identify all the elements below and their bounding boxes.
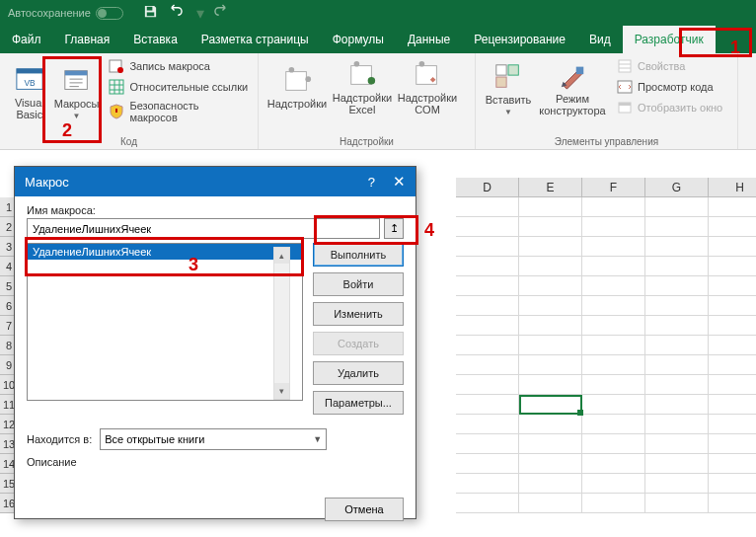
record-macro-button[interactable]: Запись макроса xyxy=(106,56,252,76)
cell[interactable] xyxy=(519,296,582,316)
cell[interactable] xyxy=(709,434,756,454)
cell[interactable] xyxy=(582,257,645,276)
rundialog-button[interactable]: Отобразить окно xyxy=(614,98,725,117)
cell[interactable] xyxy=(709,474,756,494)
cell[interactable] xyxy=(645,237,709,257)
cell[interactable] xyxy=(519,454,582,474)
cell[interactable] xyxy=(519,217,582,237)
tab-review[interactable]: Рецензирование xyxy=(462,26,577,53)
tab-view[interactable]: Вид xyxy=(577,26,623,53)
column-header[interactable]: D xyxy=(456,178,519,197)
cell[interactable] xyxy=(709,415,756,434)
macro-security-button[interactable]: Безопасность макросов xyxy=(106,98,252,125)
macro-name-input[interactable] xyxy=(27,218,380,239)
tab-file[interactable]: Файл xyxy=(0,26,53,53)
delete-button[interactable]: Удалить xyxy=(313,361,404,385)
cell[interactable] xyxy=(709,257,756,276)
cell[interactable] xyxy=(456,375,519,395)
cell[interactable] xyxy=(456,336,519,355)
cell[interactable] xyxy=(645,375,709,395)
insert-control-button[interactable]: Вставить ▼ xyxy=(482,56,535,117)
close-icon[interactable]: ✕ xyxy=(393,173,406,191)
cell[interactable] xyxy=(456,494,519,513)
cell[interactable] xyxy=(519,415,582,434)
cell[interactable] xyxy=(582,395,645,415)
cell[interactable] xyxy=(456,415,519,434)
cell[interactable] xyxy=(582,355,645,375)
cell[interactable] xyxy=(645,276,709,296)
tab-home[interactable]: Главная xyxy=(53,26,122,53)
cell[interactable] xyxy=(582,336,645,355)
cell[interactable] xyxy=(709,296,756,316)
cell[interactable] xyxy=(456,434,519,454)
excel-addins-button[interactable]: Надстройки Excel xyxy=(330,56,395,115)
stepinto-button[interactable]: Войти xyxy=(313,272,404,296)
cell[interactable] xyxy=(519,375,582,395)
relative-refs-button[interactable]: Относительные ссылки xyxy=(106,77,252,97)
cell[interactable] xyxy=(582,494,645,513)
cell[interactable] xyxy=(456,276,519,296)
cell[interactable] xyxy=(709,494,756,513)
cell[interactable] xyxy=(709,395,756,415)
save-icon[interactable] xyxy=(143,4,158,23)
cell[interactable] xyxy=(519,237,582,257)
cell[interactable] xyxy=(582,217,645,237)
scrollbar[interactable]: ▴ ▾ xyxy=(273,247,290,400)
cell[interactable] xyxy=(456,197,519,217)
cell[interactable] xyxy=(645,415,709,434)
cell[interactable] xyxy=(645,296,709,316)
column-header[interactable]: H xyxy=(709,178,756,197)
cell[interactable] xyxy=(456,454,519,474)
scroll-up-icon[interactable]: ▴ xyxy=(274,248,289,264)
cell[interactable] xyxy=(645,434,709,454)
list-item[interactable]: УдалениеЛишнихЯчеек xyxy=(28,244,302,260)
cell[interactable] xyxy=(709,276,756,296)
cell[interactable] xyxy=(582,375,645,395)
tab-data[interactable]: Данные xyxy=(396,26,462,53)
design-mode-button[interactable]: Режим конструктора xyxy=(535,56,610,117)
cell[interactable] xyxy=(582,237,645,257)
cell[interactable] xyxy=(582,197,645,217)
cancel-button[interactable]: Отмена xyxy=(325,498,404,521)
cell[interactable] xyxy=(519,474,582,494)
cell[interactable] xyxy=(582,296,645,316)
cell[interactable] xyxy=(456,257,519,276)
cell[interactable] xyxy=(456,316,519,336)
cell[interactable] xyxy=(582,276,645,296)
cell[interactable] xyxy=(709,197,756,217)
column-header[interactable]: G xyxy=(645,178,709,197)
toggle-off-icon[interactable] xyxy=(96,7,123,20)
cell[interactable] xyxy=(709,336,756,355)
cell[interactable] xyxy=(519,355,582,375)
cell[interactable] xyxy=(519,257,582,276)
help-icon[interactable]: ? xyxy=(368,175,375,190)
cell[interactable] xyxy=(456,296,519,316)
cell[interactable] xyxy=(519,276,582,296)
dialog-titlebar[interactable]: Макрос ? ✕ xyxy=(15,167,416,196)
cell[interactable] xyxy=(582,316,645,336)
cell[interactable] xyxy=(519,434,582,454)
tab-insert[interactable]: Вставка xyxy=(121,26,189,53)
cell[interactable] xyxy=(582,415,645,434)
cell[interactable] xyxy=(645,494,709,513)
autosave-toggle[interactable]: Автосохранение xyxy=(8,7,123,20)
addins-button[interactable]: Надстройки xyxy=(265,56,330,115)
cell[interactable] xyxy=(709,454,756,474)
cell[interactable] xyxy=(709,316,756,336)
location-select[interactable]: Все открытые книги ▼ xyxy=(100,428,327,450)
cell[interactable] xyxy=(645,336,709,355)
cell[interactable] xyxy=(645,197,709,217)
scroll-down-icon[interactable]: ▾ xyxy=(274,383,289,399)
cell[interactable] xyxy=(645,217,709,237)
cell[interactable] xyxy=(456,355,519,375)
cell[interactable] xyxy=(582,454,645,474)
cell[interactable] xyxy=(709,217,756,237)
cell[interactable] xyxy=(645,474,709,494)
viewcode-button[interactable]: Просмотр кода xyxy=(614,77,725,97)
cell[interactable] xyxy=(456,217,519,237)
com-addins-button[interactable]: Надстройки COM xyxy=(395,56,460,115)
qat-dropdown-icon[interactable]: ▾ xyxy=(196,4,204,23)
column-header[interactable]: F xyxy=(582,178,645,197)
cell[interactable] xyxy=(645,395,709,415)
cell[interactable] xyxy=(519,316,582,336)
